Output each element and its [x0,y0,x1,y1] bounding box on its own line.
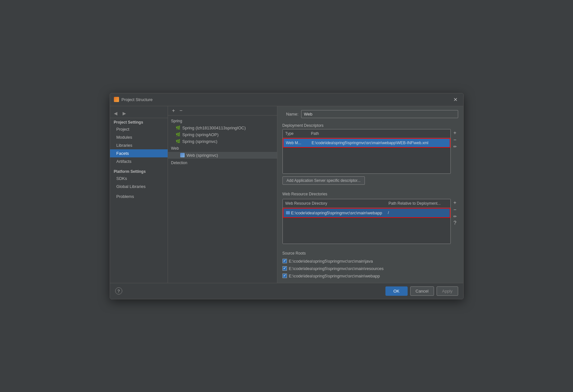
dd-table-row[interactable]: Web M... E:\code\idea\spring5\springmvc\… [283,138,450,148]
spring-leaf-icon-3: 🌿 [176,139,180,144]
source-root-checkbox-2[interactable] [282,274,287,278]
title-bar: Project Structure ✕ [110,93,463,106]
wr-dir-cell: E:\code\idea\spring5\springmvc\src\main\… [283,210,385,216]
sidebar: ◀ ▶ Project Settings Project Modules Lib… [110,106,168,283]
source-root-checkbox-0[interactable] [282,259,287,263]
tree-web-group: Web [168,145,277,152]
sidebar-item-libraries[interactable]: Libraries [110,141,168,149]
name-field-row: Name: [282,110,458,118]
name-input[interactable] [301,110,458,118]
web-resource-directories-title: Web Resource Directories [282,192,458,196]
dd-empty-area [283,148,450,173]
tree-detection-label: Detection [168,159,277,167]
dd-col-path-header: Path [309,131,450,136]
remove-facet-button[interactable]: − [178,107,184,114]
deployment-descriptors-section: Deployment Descriptors Type Path Web M..… [282,121,458,185]
sidebar-item-global-libraries[interactable]: Global Libraries [110,182,168,191]
tree-area: Spring 🌿 Spring (lzh1813004113springIOC)… [168,116,277,283]
source-root-row-2[interactable]: E:\code\idea\spring5\springmvc\src\main\… [282,273,458,279]
middle-panel: + − Spring 🌿 Spring (lzh1813004113spring… [168,106,277,283]
wr-side-buttons: + − ✏ ? [452,199,458,226]
wr-edit-button[interactable]: ✏ [452,214,458,219]
wr-remove-button[interactable]: − [452,207,458,213]
wr-rel-header: Path Relative to Deployment... [386,201,450,206]
wr-help-button[interactable]: ? [452,220,458,226]
help-button[interactable]: ? [115,287,122,294]
wr-rel-cell: / [385,210,450,216]
web-resource-directories-section: Web Resource Directories Web Resource Di… [282,190,458,244]
wr-add-button[interactable]: + [452,200,458,206]
forward-button[interactable]: ▶ [121,110,127,117]
tree-item-web-springmvc[interactable]: Web (springmvc) [168,152,277,159]
nav-row: ◀ ▶ [110,109,168,118]
add-facet-button[interactable]: + [171,107,177,114]
sidebar-item-sdks[interactable]: SDKs [110,174,168,182]
middle-toolbar: + − [168,106,277,116]
wr-two-col: Web Resource Directory Path Relative to … [282,199,458,244]
sidebar-item-artifacts[interactable]: Artifacts [110,157,168,165]
wr-header: Web Resource Directory Path Relative to … [283,199,450,208]
tree-item-spring-aop[interactable]: 🌿 Spring (springAOP) [168,131,277,138]
spring-leaf-icon: 🌿 [176,126,180,130]
apply-button[interactable]: Apply [437,286,458,296]
wr-empty-area [283,218,450,244]
spring-leaf-icon-2: 🌿 [176,132,180,137]
project-structure-dialog: Project Structure ✕ ◀ ▶ Project Settings… [110,93,464,299]
tree-spring-group: Spring [168,117,277,125]
dd-table-header: Type Path [283,129,450,138]
sidebar-item-facets[interactable]: Facets [110,149,168,157]
source-roots-section: Source Roots E:\code\idea\spring5\spring… [282,249,458,279]
wr-table-wrap: Web Resource Directory Path Relative to … [282,199,451,244]
main-content: ◀ ▶ Project Settings Project Modules Lib… [110,106,463,283]
source-root-row-0[interactable]: E:\code\idea\spring5\springmvc\src\main\… [282,258,458,264]
folder-icon [286,211,290,214]
dd-table: Type Path Web M... E:\code\idea\spring5\… [282,129,451,174]
sidebar-item-modules[interactable]: Modules [110,133,168,141]
bottom-bar: ? OK Cancel Apply [110,283,463,299]
deployment-descriptors-title: Deployment Descriptors [282,123,458,128]
tree-item-spring-mvc-spring[interactable]: 🌿 Spring (springmvc) [168,138,277,145]
ok-button[interactable]: OK [385,286,408,296]
name-label: Name: [282,112,299,117]
wr-table: Web Resource Directory Path Relative to … [282,199,451,244]
cancel-button[interactable]: Cancel [410,286,434,296]
dd-two-col: Type Path Web M... E:\code\idea\spring5\… [282,129,458,174]
add-descriptor-button[interactable]: Add Application Server specific descript… [282,176,365,185]
dd-path-cell: E:\code\idea\spring5\springmvc\src\main\… [309,140,450,146]
sidebar-item-project[interactable]: Project [110,125,168,133]
tree-item-spring-ioc[interactable]: 🌿 Spring (lzh1813004113springIOC) [168,125,277,131]
dd-type-cell: Web M... [283,140,309,146]
dd-add-button[interactable]: + [452,130,458,136]
wr-dir-header: Web Resource Directory [283,201,386,206]
wr-table-row[interactable]: E:\code\idea\spring5\springmvc\src\main\… [283,208,450,218]
back-button[interactable]: ◀ [113,110,119,117]
source-root-checkbox-1[interactable] [282,266,287,271]
platform-settings-label: Platform Settings [110,167,168,174]
dd-col-type-header: Type [283,131,309,136]
dd-table-wrap: Type Path Web M... E:\code\idea\spring5\… [282,129,451,174]
project-settings-label: Project Settings [110,118,168,125]
dialog-buttons: OK Cancel Apply [385,286,458,296]
right-panel: Name: Deployment Descriptors Type Path [277,106,463,283]
source-roots-title: Source Roots [282,251,458,256]
sidebar-item-problems[interactable]: Problems [110,192,168,201]
source-root-row-1[interactable]: E:\code\idea\spring5\springmvc\src\main\… [282,266,458,272]
dd-remove-button[interactable]: − [452,137,458,143]
dd-side-buttons: + − ✏ [452,129,458,149]
dialog-title: Project Structure [122,97,153,102]
web-facet-icon [180,153,185,157]
dd-edit-button[interactable]: ✏ [452,144,458,149]
app-icon [114,97,119,102]
close-button[interactable]: ✕ [451,96,459,103]
